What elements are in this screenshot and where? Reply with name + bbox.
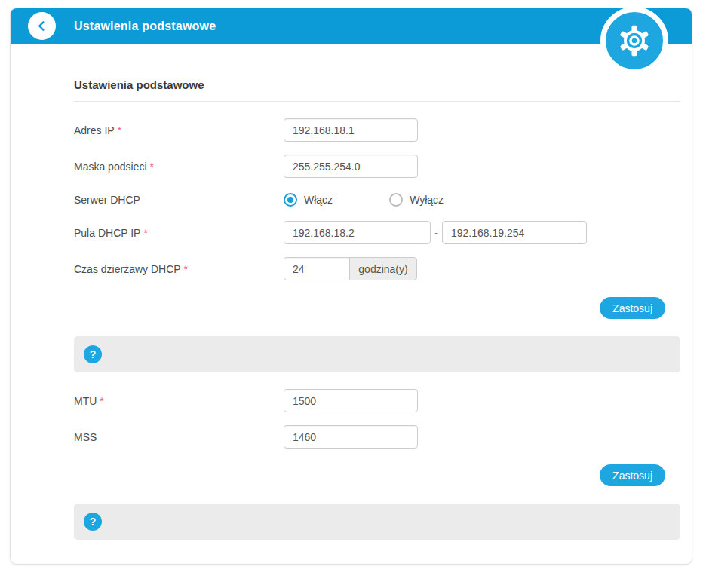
apply-button-basic[interactable]: Zastosuj [600, 297, 665, 319]
mtu-label: MTU* [74, 395, 284, 407]
field-label: Maska podsieci [74, 161, 147, 173]
settings-card: Ustawienia podstawowe Ustawienia podstaw… [10, 8, 692, 565]
help-icon[interactable]: ? [84, 513, 102, 531]
ip-address-row: Adres IP* [74, 118, 680, 142]
apply-row-advanced: Zastosuj [74, 464, 680, 486]
mtu-input[interactable] [284, 389, 418, 412]
subnet-mask-input[interactable] [284, 155, 418, 178]
dhcp-pool-start-input[interactable] [284, 221, 431, 244]
field-label: Czas dzierżawy DHCP [74, 263, 181, 275]
dhcp-pool-end-input[interactable] [442, 221, 587, 244]
required-asterisk: * [118, 124, 121, 136]
dhcp-server-label: Serwer DHCP [74, 194, 284, 206]
radio-unchecked-icon[interactable] [389, 193, 403, 207]
gear-icon [618, 24, 651, 57]
dhcp-pool-label: Pula DHCP IP* [74, 227, 284, 239]
field-label: Serwer DHCP [74, 194, 140, 206]
apply-row-basic: Zastosuj [74, 297, 680, 319]
dhcp-lease-row: Czas dzierżawy DHCP* godzina(y) [74, 257, 680, 280]
dhcp-disable-label: Wyłącz [410, 194, 444, 206]
dhcp-pool-cell: - [284, 221, 587, 244]
radio-checked-icon[interactable] [284, 193, 297, 207]
range-separator: - [431, 227, 442, 239]
required-asterisk: * [184, 263, 188, 275]
dhcp-lease-unit: godzina(y) [349, 257, 417, 280]
field-label: Adres IP [74, 124, 115, 136]
mss-row: MSS [74, 425, 680, 449]
ip-address-cell [284, 118, 418, 142]
apply-button-advanced[interactable]: Zastosuj [600, 464, 665, 486]
required-asterisk: * [143, 227, 147, 239]
mss-input[interactable] [284, 425, 418, 449]
section-divider [74, 101, 680, 102]
mtu-row: MTU* [74, 389, 680, 412]
dhcp-lease-cell: godzina(y) [284, 257, 417, 280]
help-bar-basic: ? [74, 336, 680, 372]
dhcp-server-cell: Włącz Wyłącz [284, 193, 444, 207]
ip-address-input[interactable] [284, 118, 418, 142]
settings-button[interactable] [600, 7, 668, 75]
page: Ustawienia podstawowe Ustawienia podstaw… [0, 0, 703, 588]
dhcp-disable-option[interactable]: Wyłącz [389, 193, 444, 207]
dhcp-server-row: Serwer DHCP Włącz Wyłącz [74, 191, 680, 209]
dhcp-lease-input[interactable] [284, 257, 350, 280]
back-button[interactable] [28, 12, 56, 40]
header-bar: Ustawienia podstawowe [11, 8, 692, 44]
subnet-mask-cell [284, 155, 418, 178]
required-asterisk: * [150, 161, 154, 173]
required-asterisk: * [100, 395, 103, 407]
mss-cell [284, 425, 418, 449]
content-area: Ustawienia podstawowe Adres IP* Maska po… [74, 78, 680, 540]
field-label: MTU [74, 395, 97, 407]
help-icon[interactable]: ? [84, 345, 102, 363]
field-label: Pula DHCP IP [74, 227, 140, 239]
mss-label: MSS [74, 431, 284, 443]
help-bar-advanced: ? [74, 504, 680, 540]
dhcp-pool-row: Pula DHCP IP* - [74, 221, 680, 244]
dhcp-enable-option[interactable]: Włącz [284, 193, 333, 207]
dhcp-lease-label: Czas dzierżawy DHCP* [74, 263, 284, 275]
field-label: MSS [74, 431, 97, 443]
page-title: Ustawienia podstawowe [74, 20, 216, 33]
mtu-cell [284, 389, 418, 412]
ip-address-label: Adres IP* [74, 124, 284, 136]
subnet-mask-row: Maska podsieci* [74, 155, 680, 178]
chevron-left-icon [36, 20, 48, 32]
dhcp-enable-label: Włącz [304, 194, 333, 206]
subnet-mask-label: Maska podsieci* [74, 161, 284, 173]
section-title: Ustawienia podstawowe [74, 78, 680, 91]
